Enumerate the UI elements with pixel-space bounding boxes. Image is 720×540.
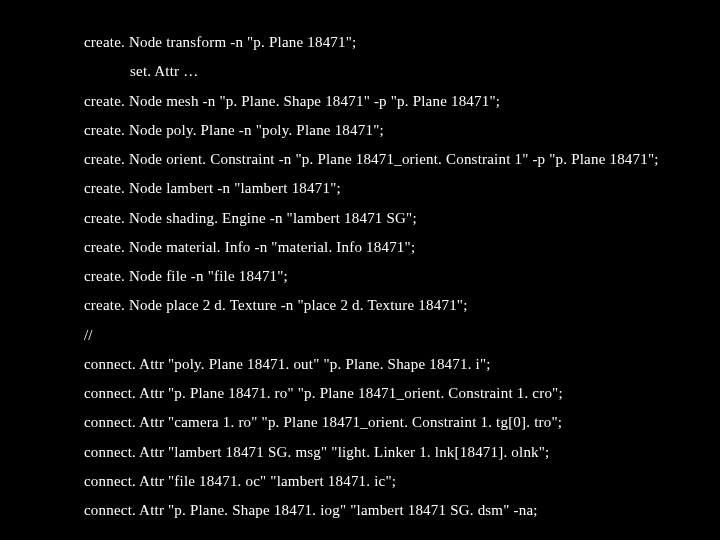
code-line: create. Node mesh -n "p. Plane. Shape 18…: [84, 87, 720, 116]
code-line: create. Node lambert -n "lambert 18471";: [84, 174, 720, 203]
code-line: create. Node poly. Plane -n "poly. Plane…: [84, 116, 720, 145]
code-line: connect. Attr "lambert 18471 SG. msg" "l…: [84, 438, 720, 467]
code-line: create. Node shading. Engine -n "lambert…: [84, 204, 720, 233]
code-line: connect. Attr "p. Plane 18471. ro" "p. P…: [84, 379, 720, 408]
code-line: create. Node transform -n "p. Plane 1847…: [84, 28, 720, 57]
code-line: set. Attr …: [84, 57, 720, 86]
code-line: connect. Attr "camera 1. ro" "p. Plane 1…: [84, 408, 720, 437]
code-block: create. Node transform -n "p. Plane 1847…: [84, 28, 720, 525]
code-line: create. Node place 2 d. Texture -n "plac…: [84, 291, 720, 320]
code-line: create. Node file -n "file 18471";: [84, 262, 720, 291]
code-line: //: [84, 321, 720, 350]
code-line: connect. Attr "p. Plane. Shape 18471. io…: [84, 496, 720, 525]
code-line: connect. Attr "file 18471. oc" "lambert …: [84, 467, 720, 496]
code-line: create. Node material. Info -n "material…: [84, 233, 720, 262]
code-line: connect. Attr "poly. Plane 18471. out" "…: [84, 350, 720, 379]
code-line: create. Node orient. Constraint -n "p. P…: [84, 145, 720, 174]
